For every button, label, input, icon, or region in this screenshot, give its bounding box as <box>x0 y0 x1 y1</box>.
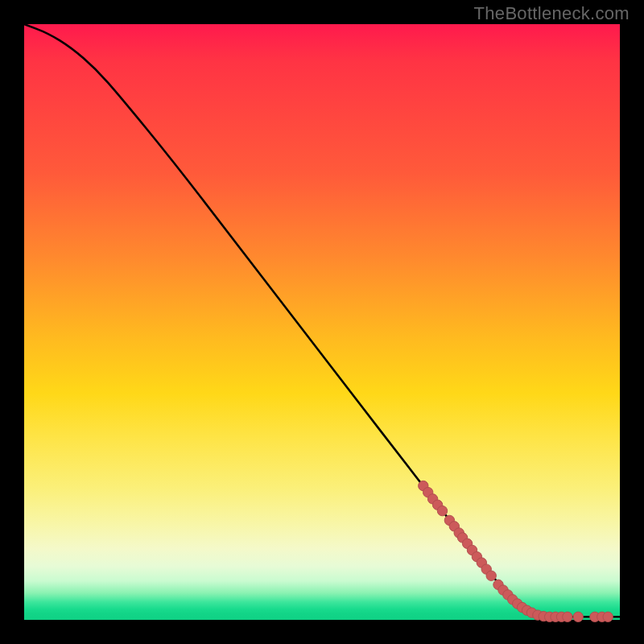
plot-area <box>24 24 620 620</box>
data-dot <box>437 506 447 515</box>
data-dot <box>603 612 613 621</box>
chart-frame: TheBottleneck.com <box>0 0 644 644</box>
bottleneck-curve <box>24 24 620 617</box>
chart-svg <box>24 24 620 620</box>
data-dot <box>573 612 583 621</box>
data-dot <box>486 571 496 580</box>
data-dots-group <box>419 481 613 621</box>
data-dot <box>563 612 572 621</box>
watermark-label: TheBottleneck.com <box>474 3 630 24</box>
